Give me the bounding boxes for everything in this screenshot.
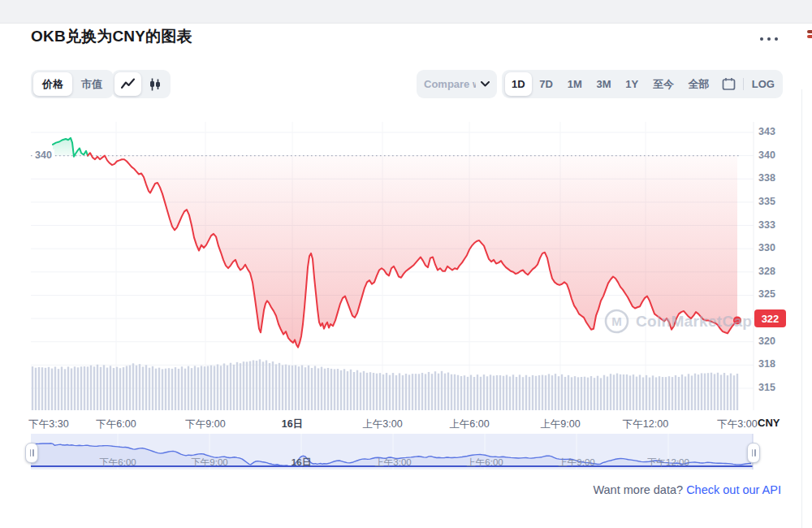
x-axis-label: 上午9:00 [540,418,580,431]
navigator-label: 16日 [292,457,311,469]
x-axis-label: 上午6:00 [449,418,489,431]
y-axis-label: 318 [758,358,786,370]
navigator-label: 上午3:00 [374,457,411,469]
y-axis-label: 330 [758,242,786,253]
navigator-label: 上午6:00 [466,457,503,469]
y-axis-label: 325 [758,288,786,300]
y-axis-label: 333 [758,219,786,231]
y-axis-label: 320 [758,335,786,347]
y-axis-label: 343 [758,126,786,137]
navigator-left-handle[interactable] [25,443,38,463]
navigator-label: 上午9:00 [558,457,594,469]
x-axis-label: 下午6:00 [96,418,136,431]
x-axis-label: 下午12:00 [623,418,668,431]
navigator-right-handle[interactable] [747,443,760,463]
x-axis-label: 下午3:00 [717,418,757,431]
api-prompt-text: Want more data? [593,483,686,496]
y-axis-label: 340 [758,149,786,161]
x-axis-label: 下午3:30 [28,418,68,431]
y-axis-label: 338 [758,172,786,184]
y-axis-label: 328 [758,266,786,277]
current-price-badge: 322 [754,309,786,327]
navigator-label: 下午12:00 [647,457,689,469]
y-axis-label: 335 [758,196,786,207]
api-promo-row: Want more data? Check out our API [593,483,781,496]
y-axis-label: 315 [758,382,786,393]
previous-close-label: 340 [32,149,54,161]
currency-axis-label: CNY [758,417,780,429]
x-axis-label: 下午9:00 [185,418,225,431]
price-chart-canvas[interactable] [0,0,812,528]
x-axis-label: 上午3:00 [362,418,402,431]
navigator-label: 下午6:00 [99,457,136,469]
x-axis-label: 16日 [282,418,303,431]
api-link[interactable]: Check out our API [686,483,781,496]
okb-cny-chart-page: { "header": { "title": "OKB兑换为CNY的图表" },… [0,0,812,528]
navigator-label: 下午9:00 [191,457,227,469]
